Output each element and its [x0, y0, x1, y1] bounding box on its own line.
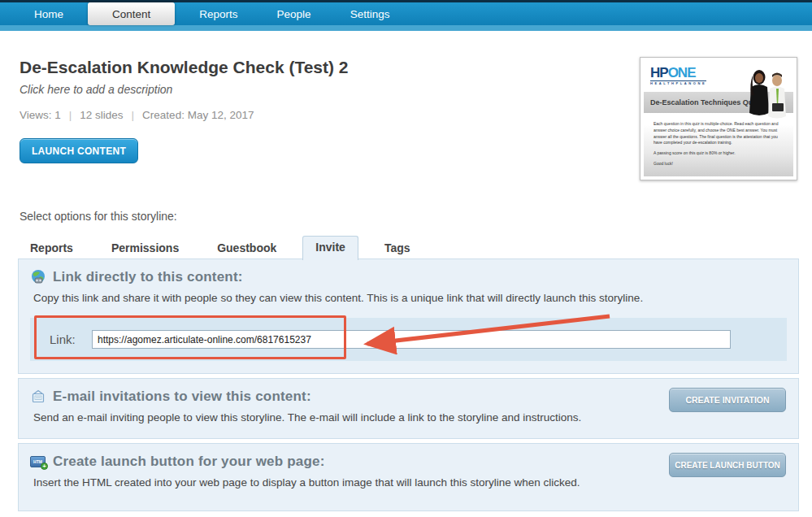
- options-tabs: Reports Permissions Guestbook Invite Tag…: [18, 237, 436, 259]
- add-description-link[interactable]: Click here to add a description: [20, 83, 172, 96]
- tab-guestbook[interactable]: Guestbook: [205, 237, 289, 259]
- logo-hp-text: HP: [650, 65, 668, 80]
- people-photo: [743, 67, 790, 121]
- views-count: Views: 1: [20, 109, 61, 121]
- top-navigation: Home Content Reports People Settings: [0, 0, 812, 31]
- options-label: Select options for this storyline:: [20, 210, 177, 223]
- launch-content-button[interactable]: LAUNCH CONTENT: [20, 138, 138, 163]
- tab-tags[interactable]: Tags: [372, 237, 423, 259]
- email-section: E-mail invitations to view this content:…: [18, 378, 799, 439]
- launch-section-description: Insert the HTML created into your web pa…: [33, 476, 787, 489]
- slide-paragraph: Good luck!: [654, 161, 785, 167]
- email-section-heading: E-mail invitations to view this content:: [53, 389, 311, 405]
- launch-section-heading: Create launch button for your web page:: [53, 454, 325, 470]
- nav-item-home[interactable]: Home: [15, 2, 83, 25]
- link-url-input[interactable]: [92, 330, 731, 349]
- nav-bottom-strip: [0, 25, 812, 31]
- slide-paragraph: Each question in this quiz is multiple-c…: [654, 121, 785, 146]
- nav-item-content[interactable]: Content: [88, 2, 175, 25]
- logo-subtitle: HEALTHPLANONE: [650, 80, 706, 85]
- link-row: Link:: [30, 318, 787, 361]
- link-section: Link directly to this content: Copy this…: [18, 258, 799, 374]
- nav-item-settings[interactable]: Settings: [331, 2, 410, 25]
- slide-paragraph: A passing score on this quiz is 80% or h…: [654, 150, 785, 157]
- created-date: Created: May 12, 2017: [142, 109, 254, 121]
- envelope-icon: [30, 389, 46, 405]
- slide-title: De-Escalation Techniques Quiz: [644, 98, 758, 106]
- create-invitation-button[interactable]: CREATE INVITATION: [669, 388, 786, 412]
- slide-body-text: Each question in this quiz is multiple-c…: [654, 121, 785, 172]
- tab-invite[interactable]: Invite: [302, 236, 358, 260]
- plus-badge-icon: +: [41, 463, 48, 470]
- meta-separator: |: [69, 109, 72, 121]
- link-section-description: Copy this link and share it with people …: [33, 292, 787, 304]
- email-section-description: Send an e-mail inviting people to view t…: [33, 411, 787, 424]
- page: Home Content Reports People Settings De-…: [0, 0, 812, 517]
- link-label: Link:: [50, 332, 92, 346]
- content-thumbnail[interactable]: HPONE HEALTHPLANONE De-Escalation Techni…: [640, 57, 797, 180]
- nav-item-people[interactable]: People: [258, 2, 331, 25]
- content-meta: Views: 1|12 slides|Created: May 12, 2017: [20, 109, 254, 121]
- slide-count: 12 slides: [80, 109, 123, 121]
- invite-panel: Link directly to this content: Copy this…: [18, 258, 799, 515]
- slide-preview: HPONE HEALTHPLANONE De-Escalation Techni…: [644, 61, 793, 176]
- tab-permissions[interactable]: Permissions: [99, 237, 191, 259]
- html-icon: HTM+: [30, 454, 46, 470]
- page-title: De-Escalation Knowledge Check (Test) 2: [20, 58, 349, 77]
- globe-icon: [30, 269, 46, 285]
- meta-separator: |: [132, 109, 135, 121]
- hpone-logo: HPONE HEALTHPLANONE: [650, 66, 706, 85]
- launch-button-section: HTM+ Create launch button for your web p…: [18, 443, 799, 511]
- logo-one-text: ONE: [668, 65, 696, 80]
- tab-reports[interactable]: Reports: [18, 237, 85, 259]
- create-launch-button[interactable]: CREATE LAUNCH BUTTON: [669, 453, 786, 477]
- link-section-heading: Link directly to this content:: [53, 269, 243, 285]
- nav-item-reports[interactable]: Reports: [180, 2, 257, 25]
